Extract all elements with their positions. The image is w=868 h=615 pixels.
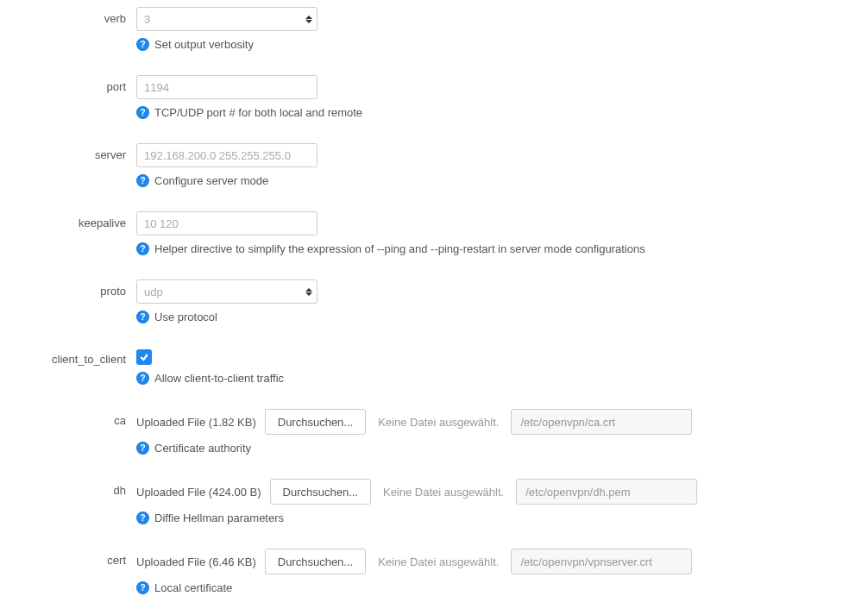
help-icon[interactable]: ? <box>136 106 149 119</box>
label-server: server <box>0 143 136 161</box>
ca-path-input[interactable]: /etc/openvpn/ca.crt <box>511 409 692 435</box>
ca-uploaded-text: Uploaded File (1.82 KB) <box>136 416 265 429</box>
hint-client-to-client: ? Allow client-to-client traffic <box>136 372 868 385</box>
hint-verb-text: Set output verbosity <box>154 38 254 51</box>
hint-proto: ? Use protocol <box>136 311 868 323</box>
hint-client-to-client-text: Allow client-to-client traffic <box>154 372 284 385</box>
row-cert: cert Uploaded File (6.46 KB) Durchsuchen… <box>0 549 868 594</box>
hint-port: ? TCP/UDP port # for both local and remo… <box>136 106 868 119</box>
dh-path-input[interactable]: /etc/openvpn/dh.pem <box>516 479 697 505</box>
row-ca: ca Uploaded File (1.82 KB) Durchsuchen..… <box>0 409 868 455</box>
hint-ca: ? Certificate authority <box>136 442 868 455</box>
row-dh: dh Uploaded File (424.00 B) Durchsuchen.… <box>0 479 868 524</box>
cert-path-input[interactable]: /etc/openvpn/vpnserver.crt <box>511 549 692 574</box>
keepalive-input[interactable] <box>136 211 318 235</box>
dh-uploaded-text: Uploaded File (424.00 B) <box>136 486 270 499</box>
proto-select-value: udp <box>144 286 163 298</box>
row-server: server ? Configure server mode <box>0 143 868 187</box>
ca-browse-button[interactable]: Durchsuchen... <box>265 409 366 435</box>
hint-server-text: Configure server mode <box>154 174 268 187</box>
help-icon[interactable]: ? <box>136 511 149 524</box>
label-proto: proto <box>0 279 136 298</box>
verb-select[interactable]: 3 <box>136 7 318 31</box>
row-client-to-client: client_to_client ? Allow client-to-clien… <box>0 348 868 385</box>
hint-keepalive-text: Helper directive to simplify the express… <box>154 242 645 255</box>
hint-proto-text: Use protocol <box>154 311 217 323</box>
dh-browse-button[interactable]: Durchsuchen... <box>270 479 371 505</box>
hint-keepalive: ? Helper directive to simplify the expre… <box>136 242 868 255</box>
hint-server: ? Configure server mode <box>136 174 868 187</box>
help-icon[interactable]: ? <box>136 581 149 594</box>
server-input[interactable] <box>136 143 318 167</box>
cert-uploaded-text: Uploaded File (6.46 KB) <box>136 555 265 568</box>
check-icon <box>139 352 149 362</box>
chevron-updown-icon <box>303 9 315 29</box>
client-to-client-checkbox[interactable] <box>136 349 152 365</box>
label-client-to-client: client_to_client <box>0 348 136 366</box>
hint-cert: ? Local certificate <box>136 581 868 594</box>
dh-nofile-text: Keine Datei ausgewählt. <box>371 486 516 499</box>
help-icon[interactable]: ? <box>136 442 149 455</box>
help-icon[interactable]: ? <box>136 311 149 323</box>
chevron-updown-icon <box>303 281 315 302</box>
proto-select[interactable]: udp <box>136 279 318 304</box>
port-input[interactable] <box>136 75 318 99</box>
help-icon[interactable]: ? <box>136 372 149 385</box>
ca-nofile-text: Keine Datei ausgewählt. <box>366 416 511 429</box>
hint-cert-text: Local certificate <box>154 581 232 594</box>
label-keepalive: keepalive <box>0 211 136 229</box>
openvpn-config-form: verb 3 ? Set output verbosity port ? TCP… <box>0 0 868 615</box>
help-icon[interactable]: ? <box>136 242 149 255</box>
help-icon[interactable]: ? <box>136 38 149 51</box>
help-icon[interactable]: ? <box>136 174 149 187</box>
hint-dh-text: Diffie Hellman parameters <box>154 511 284 524</box>
label-cert: cert <box>0 549 136 567</box>
label-ca: ca <box>0 409 136 427</box>
row-verb: verb 3 ? Set output verbosity <box>0 7 868 51</box>
cert-nofile-text: Keine Datei ausgewählt. <box>366 555 511 568</box>
label-port: port <box>0 75 136 93</box>
label-verb: verb <box>0 7 136 25</box>
cert-browse-button[interactable]: Durchsuchen... <box>265 549 366 574</box>
row-proto: proto udp ? Use protocol <box>0 279 868 323</box>
verb-select-value: 3 <box>144 13 150 26</box>
label-dh: dh <box>0 479 136 497</box>
row-keepalive: keepalive ? Helper directive to simplify… <box>0 211 868 255</box>
hint-port-text: TCP/UDP port # for both local and remote <box>154 106 362 119</box>
hint-verb: ? Set output verbosity <box>136 38 868 51</box>
hint-dh: ? Diffie Hellman parameters <box>136 511 868 524</box>
hint-ca-text: Certificate authority <box>154 442 251 455</box>
row-port: port ? TCP/UDP port # for both local and… <box>0 75 868 119</box>
